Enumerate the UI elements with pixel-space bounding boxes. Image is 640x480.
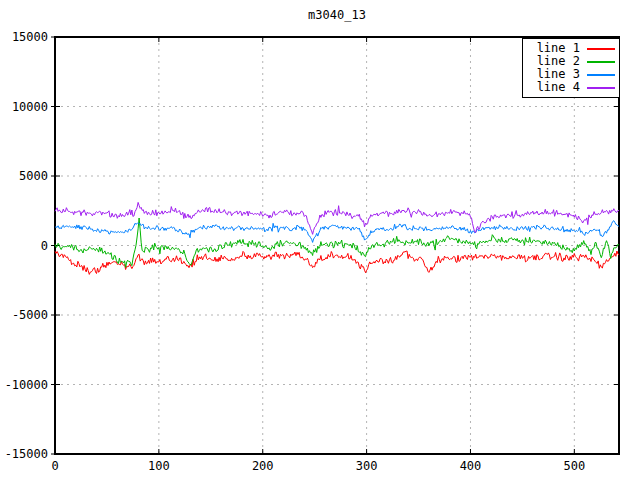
- x-tick-label: 200: [233, 459, 293, 473]
- x-tick-label: 400: [440, 459, 500, 473]
- series-line-3: [55, 221, 619, 243]
- gnuplot-chart: m3040_13 -15000-10000-500005000100001500…: [0, 0, 640, 480]
- x-tick-label: 0: [25, 459, 85, 473]
- x-tick-label: 300: [337, 459, 397, 473]
- legend-line-sample: [587, 48, 615, 50]
- legend-line-sample: [587, 74, 615, 76]
- y-tick-label: -10000: [2, 378, 48, 392]
- legend-line-sample: [587, 61, 615, 63]
- legend-label: line 4: [537, 81, 580, 94]
- y-tick-label: 5000: [2, 169, 48, 183]
- series-line-1: [55, 251, 619, 274]
- y-tick-label: 15000: [2, 30, 48, 44]
- legend-item: line 4: [525, 81, 615, 94]
- y-tick-label: 0: [2, 239, 48, 253]
- x-tick-label: 500: [544, 459, 604, 473]
- y-tick-label: 10000: [2, 100, 48, 114]
- legend-box: line 1line 2line 3line 4: [522, 38, 620, 98]
- y-tick-label: -5000: [2, 308, 48, 322]
- legend-line-sample: [587, 87, 615, 89]
- x-tick-label: 100: [129, 459, 189, 473]
